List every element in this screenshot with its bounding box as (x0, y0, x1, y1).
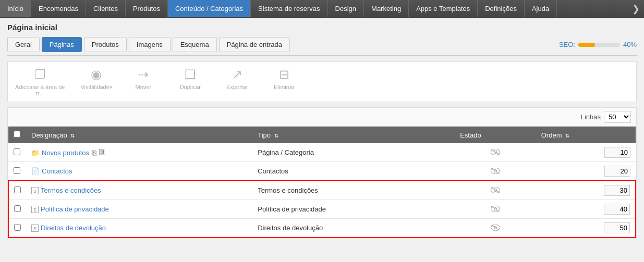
nav-item-produtos[interactable]: Produtos (126, 0, 168, 17)
row-type-icon: 📄 (31, 167, 40, 175)
table-body: 📁Novos produtos⎘🖼Página / Categoria 📄Con… (8, 143, 636, 238)
nav-item-encomendas[interactable]: Encomendas (31, 0, 86, 17)
toolbar-item-exportar[interactable]: ↗Exportar (222, 67, 253, 96)
mover-label: Mover (136, 84, 152, 90)
tab-imagens[interactable]: Imagens (129, 37, 171, 52)
toolbar-item-adicionar[interactable]: ❐Adicionar à área de tr... (15, 67, 65, 96)
nav-item-sistema[interactable]: Sistema de reservas (251, 0, 328, 17)
header-tipo: Tipo ⇅ (252, 127, 455, 143)
tab-esquema[interactable]: Esquema (173, 37, 217, 52)
row-ordem-input[interactable] (604, 222, 630, 233)
toolbar-item-mover[interactable]: ⇢Mover (128, 67, 159, 96)
row-estado-cell (455, 219, 536, 238)
tab-paginas[interactable]: Páginas (42, 37, 82, 52)
nav-item-marketing[interactable]: Marketing (364, 0, 409, 17)
visibility-icon[interactable] (491, 224, 500, 232)
row-type-icon: S (31, 206, 39, 213)
tab-bar: GeralPáginasProdutosImagensEsquemaPágina… (7, 37, 637, 56)
sort-icon-tipo[interactable]: ⇅ (274, 133, 278, 139)
row-estado-cell (455, 181, 536, 200)
row-copy-button[interactable]: ⎘ (92, 148, 96, 157)
visibility-icon[interactable] (491, 167, 500, 176)
row-tipo-cell: Direitos de devolução (252, 219, 455, 238)
tab-produtos[interactable]: Produtos (84, 37, 127, 52)
row-ordem-input[interactable] (604, 204, 630, 215)
row-ordem-cell (536, 181, 636, 200)
toolbar-item-visibilidade[interactable]: ◉Visibilidade▾ (80, 67, 112, 96)
row-checkbox-cell (8, 181, 26, 200)
table-header: Designação ⇅ Tipo ⇅ Estado Ordem ⇅ (8, 127, 636, 143)
svg-line-9 (491, 225, 500, 230)
row-checkbox-cell (8, 200, 26, 219)
nav-item-inicio[interactable]: Início (0, 0, 31, 17)
table-row: SPolítica de privacidadePolítica de priv… (8, 200, 636, 219)
adicionar-label: Adicionar à área de tr... (15, 84, 65, 96)
row-ordem-cell (536, 162, 636, 181)
row-name-link[interactable]: Novos produtos (42, 149, 89, 157)
duplicar-label: Duplicar (180, 84, 201, 90)
row-tipo-cell: Página / Categoria (252, 143, 455, 162)
row-checkbox-cell (8, 162, 26, 181)
row-image-button[interactable]: 🖼 (99, 148, 105, 157)
table-row: SDireitos de devoluçãoDireitos de devolu… (8, 219, 636, 238)
nav-item-ajuda[interactable]: Ajuda (525, 0, 557, 17)
row-checkbox[interactable] (14, 224, 21, 231)
seo-bar-fill (578, 43, 595, 47)
visibility-icon[interactable] (491, 205, 500, 214)
row-type-icon: 📁 (31, 149, 40, 157)
row-name-cell: 📁Novos produtos⎘🖼 (26, 143, 252, 162)
nav-item-apps[interactable]: Apps e Templates (409, 0, 478, 17)
visibilidade-icon: ◉ (91, 67, 102, 82)
exportar-label: Exportar (226, 84, 248, 90)
row-name-cell: STermos e condições (26, 181, 252, 200)
row-checkbox[interactable] (14, 205, 21, 212)
nav-item-clientes[interactable]: Clientes (86, 0, 126, 17)
row-name-cell: SDireitos de devolução (26, 219, 252, 238)
row-name-link[interactable]: Termos e condições (41, 186, 101, 194)
nav-toggle-icon[interactable]: ❯ (628, 0, 644, 17)
row-tipo-cell: Política de privacidade (252, 200, 455, 219)
adicionar-icon: ❐ (34, 67, 46, 82)
table-row: 📁Novos produtos⎘🖼Página / Categoria (8, 143, 636, 162)
tab-geral[interactable]: Geral (7, 37, 40, 52)
seo-bar (578, 43, 620, 47)
header-checkbox-col (8, 127, 26, 143)
row-type-icon: S (31, 187, 39, 194)
tab-pagina-entrada[interactable]: Página de entrada (219, 37, 290, 52)
eliminar-icon: ⊟ (279, 67, 289, 82)
row-checkbox[interactable] (14, 186, 21, 193)
visibility-icon[interactable] (491, 186, 500, 195)
svg-line-1 (491, 149, 500, 155)
row-name-link[interactable]: Contactos (42, 167, 72, 175)
nav-item-design[interactable]: Design (328, 0, 364, 17)
row-tipo-cell: Termos e condições (252, 181, 455, 200)
row-ordem-cell (536, 143, 636, 162)
sort-icon-designacao[interactable]: ⇅ (70, 133, 75, 139)
seo-percent: 40% (623, 41, 637, 48)
select-all-checkbox[interactable] (14, 131, 20, 138)
row-checkbox[interactable] (14, 167, 20, 174)
row-name-link[interactable]: Política de privacidade (41, 205, 109, 213)
visibility-icon[interactable] (491, 148, 500, 157)
lines-select[interactable]: 50 25 100 (604, 111, 631, 123)
visibilidade-label: Visibilidade▾ (80, 84, 112, 90)
toolbar-item-duplicar[interactable]: ❑Duplicar (175, 67, 206, 96)
row-ordem-input[interactable] (604, 166, 630, 177)
row-checkbox-cell (8, 219, 26, 238)
row-ordem-input[interactable] (604, 185, 630, 196)
row-ordem-input[interactable] (604, 147, 630, 158)
row-type-icon: S (31, 224, 39, 232)
sort-icon-ordem[interactable]: ⇅ (565, 133, 569, 139)
row-checkbox[interactable] (14, 148, 20, 155)
eliminar-label: Eliminar (274, 84, 295, 90)
nav-item-definicoes[interactable]: Definições (478, 0, 525, 17)
svg-line-7 (491, 206, 500, 211)
row-name-link[interactable]: Direitos de devolução (41, 224, 106, 232)
toolbar-item-eliminar[interactable]: ⊟Eliminar (269, 67, 300, 96)
top-navigation: InícioEncomendasClientesProdutosConteúdo… (0, 0, 644, 18)
row-actions: ⎘🖼 (92, 148, 105, 157)
svg-line-3 (491, 168, 500, 173)
toolbar: ❐Adicionar à área de tr...◉Visibilidade▾… (7, 61, 637, 102)
nav-item-conteudo[interactable]: Conteúdo / Categorias (168, 0, 251, 17)
data-table: Designação ⇅ Tipo ⇅ Estado Ordem ⇅ 📁Novo… (8, 127, 636, 238)
